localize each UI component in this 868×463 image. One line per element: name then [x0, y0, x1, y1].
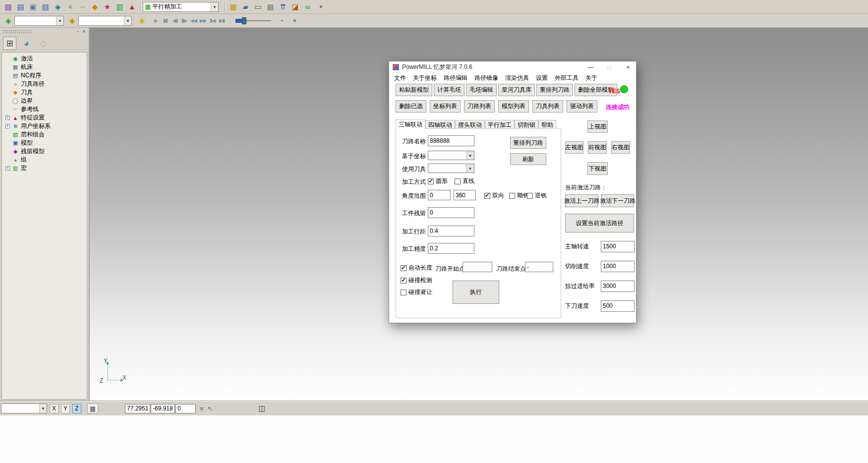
- stepover-input[interactable]: [428, 226, 474, 236]
- tool-icon[interactable]: ◆: [89, 1, 101, 12]
- rewind-button[interactable]: ◀◀: [189, 15, 198, 26]
- menu-item[interactable]: 渲染仿真: [502, 73, 532, 83]
- toolbar-close-icon[interactable]: ×: [290, 16, 299, 25]
- step-back-button[interactable]: ◀▮: [170, 15, 179, 26]
- toolbar-close-icon[interactable]: ×: [317, 2, 325, 11]
- pin-icon[interactable]: ▫: [74, 29, 81, 35]
- dialog-titlebar[interactable]: PowerMILL 忆梦星河 7.0.6 — □ ×: [389, 61, 636, 73]
- dialog-tab[interactable]: 三轴联动: [396, 119, 425, 129]
- tolerance-input[interactable]: [428, 243, 474, 254]
- strategy-combobox[interactable]: ▦ 平行精加工 ▾: [143, 2, 219, 12]
- coordinate-y-input[interactable]: [151, 404, 175, 413]
- tree-item[interactable]: ◯ 边界: [5, 97, 87, 105]
- menu-item[interactable]: 路径镜像: [471, 73, 502, 83]
- tree-item[interactable]: ∼ 参考线: [5, 105, 87, 114]
- pause-button[interactable]: ▮▮: [161, 15, 170, 26]
- fast-forward-button[interactable]: ▶▶: [198, 15, 208, 26]
- grid-toggle-icon[interactable]: ▦: [87, 404, 98, 413]
- clipping-icon[interactable]: ◪: [289, 1, 301, 12]
- chevron-down-icon[interactable]: ▾: [466, 151, 474, 160]
- conventional-checkbox[interactable]: 逆铣: [527, 191, 547, 200]
- dialog-tab[interactable]: 四轴联动: [425, 120, 455, 129]
- dialog-tab[interactable]: 摆头联动: [455, 120, 485, 129]
- world-view-icon[interactable]: ◕: [20, 37, 33, 50]
- statistics-icon[interactable]: ▰: [239, 1, 252, 12]
- counter-icon[interactable]: ▭: [252, 1, 264, 12]
- line-checkbox[interactable]: 直线: [455, 177, 474, 185]
- dialog-tab[interactable]: 切割锯: [515, 120, 538, 129]
- stock-input[interactable]: [428, 207, 474, 218]
- action-button[interactable]: 刀路列表: [464, 100, 495, 113]
- chevron-down-icon[interactable]: ▾: [39, 404, 47, 413]
- status-combobox[interactable]: ▾: [1, 404, 47, 413]
- toolpath-strategy-icon[interactable]: ≈: [64, 1, 76, 12]
- menu-item[interactable]: 文件: [391, 73, 409, 83]
- menu-item[interactable]: 关于: [582, 73, 601, 83]
- tree-item[interactable]: ◆ 刀具: [5, 88, 87, 97]
- chevron-down-icon[interactable]: ▾: [56, 16, 63, 25]
- plunge-feed-input[interactable]: [601, 300, 635, 312]
- activate-next-toolpath-button[interactable]: 激活下一刀路: [601, 194, 634, 207]
- menu-item[interactable]: 关于坐标: [409, 73, 440, 83]
- explorer-tree-icon[interactable]: ⊞: [3, 37, 16, 50]
- chevron-down-icon[interactable]: ▾: [466, 164, 474, 173]
- collision-avoid-checkbox[interactable]: 碰撞避让: [401, 288, 432, 296]
- bidirectional-checkbox[interactable]: 双向: [484, 191, 504, 200]
- close-button[interactable]: ×: [620, 61, 636, 73]
- simulation-speed-slider[interactable]: [235, 16, 271, 25]
- menu-item[interactable]: 设置: [532, 73, 551, 83]
- axis-z-button[interactable]: Z: [72, 404, 81, 413]
- dialog-tab[interactable]: 平行加工: [485, 120, 515, 129]
- toolpath-combobox[interactable]: ▾: [14, 16, 64, 26]
- minimize-button[interactable]: —: [582, 61, 598, 73]
- pattern-icon[interactable]: ∼: [76, 1, 89, 12]
- tree-item[interactable]: ≈ 刀具路径: [5, 80, 87, 88]
- coordinate-z-input[interactable]: [175, 404, 196, 413]
- set-active-path-button[interactable]: 设置当前激活路径: [565, 214, 634, 232]
- execute-button[interactable]: 执行: [453, 281, 499, 304]
- action-button[interactable]: 坐标列表: [430, 100, 461, 113]
- axis-y-button[interactable]: Y: [61, 404, 70, 413]
- action-button[interactable]: 重排列刀路: [536, 84, 573, 96]
- print-icon[interactable]: ▣: [27, 1, 39, 12]
- view-front-button[interactable]: 前视图: [588, 141, 607, 154]
- toolpath-name-input[interactable]: [428, 135, 474, 146]
- sort-toolpaths-icon[interactable]: ⇈: [277, 1, 289, 12]
- tree-item[interactable]: + ▥ 宏: [5, 164, 87, 173]
- action-button[interactable]: 计算毛坯: [434, 84, 464, 96]
- maximize-button[interactable]: □: [601, 61, 617, 73]
- paste-model-icon[interactable]: ▨: [2, 1, 14, 12]
- tree-item[interactable]: + ⊕ 用户坐标系: [5, 122, 87, 130]
- action-button[interactable]: 模型列表: [498, 100, 529, 113]
- go-to-start-button[interactable]: ▮◀: [208, 15, 217, 26]
- action-button[interactable]: 删除已选: [396, 100, 426, 113]
- search-model-icon[interactable]: ∞: [301, 1, 314, 12]
- feed-rate-icon[interactable]: ◈: [52, 1, 64, 12]
- expander-icon[interactable]: +: [5, 166, 10, 171]
- tree-item[interactable]: ▦ 机床: [5, 63, 87, 71]
- play-button[interactable]: ▶: [151, 15, 161, 26]
- pointer-icon[interactable]: ↖: [208, 405, 213, 412]
- collision-check-icon[interactable]: ▲: [126, 1, 138, 12]
- drag-grip[interactable]: [3, 30, 32, 33]
- view-left-button[interactable]: 左视图: [565, 141, 583, 154]
- angle-to-input[interactable]: [454, 190, 476, 200]
- go-to-end-button[interactable]: ▶▮: [217, 15, 227, 26]
- view-bottom-button[interactable]: 下视图: [587, 162, 608, 175]
- tree-item[interactable]: ▣ 模型: [5, 139, 87, 147]
- start-point-input[interactable]: [463, 262, 492, 272]
- reorder-toolpaths-button[interactable]: 重排列刀路: [510, 137, 546, 149]
- step-forward-button[interactable]: ▮▶: [179, 15, 189, 26]
- tree-item[interactable]: ▤ NC程序: [5, 71, 87, 80]
- chevron-down-icon[interactable]: ▾: [211, 2, 218, 11]
- circle-checkbox[interactable]: 圆形: [428, 177, 448, 185]
- tree-item[interactable]: ◆ 残留模型: [5, 147, 87, 156]
- panel-dock-header[interactable]: ▫ ×: [0, 28, 89, 35]
- list-icon[interactable]: ≡: [200, 405, 204, 412]
- action-button[interactable]: 星河刀具库: [498, 84, 535, 96]
- action-button[interactable]: 刀具列表: [532, 100, 563, 113]
- clock-icon[interactable]: ◔: [275, 15, 288, 26]
- tree-item[interactable]: ● 组: [5, 156, 87, 164]
- bulb-icon[interactable]: ◉: [136, 15, 148, 26]
- tool-combobox[interactable]: ▾: [428, 164, 474, 173]
